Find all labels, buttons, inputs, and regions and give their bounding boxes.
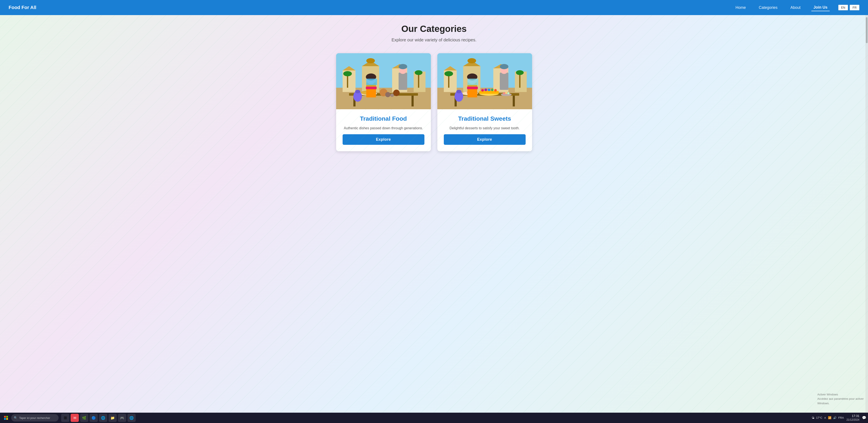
language-text: FRA	[838, 416, 844, 419]
taskbar-browser2-icon[interactable]: 🌐	[127, 414, 136, 422]
card-traditional-sweets: Traditional Sweets Delightful desserts t…	[437, 53, 532, 151]
svg-point-66	[500, 64, 508, 69]
svg-rect-16	[411, 96, 414, 107]
svg-rect-29	[366, 89, 376, 97]
svg-point-74	[503, 92, 505, 94]
page-title: Our Categories	[4, 24, 864, 34]
taskbar: 🔍 Taper ici pour rechercher ⊞ ✉ 🌿 🔵 🌐 📁 …	[0, 413, 868, 423]
svg-rect-80	[6, 418, 8, 420]
taskbar-apps: ⊞ ✉ 🌿 🔵 🌐 📁 🎮 🌐	[61, 414, 136, 422]
svg-rect-21	[399, 73, 407, 90]
svg-rect-50	[513, 96, 515, 107]
svg-point-47	[516, 70, 524, 75]
svg-point-40	[467, 58, 476, 63]
svg-point-6	[366, 58, 375, 63]
taskbar-game-icon[interactable]: 🎮	[118, 414, 126, 422]
svg-point-33	[391, 93, 394, 97]
scroll-thumb[interactable]	[866, 17, 868, 43]
card-body-traditional-food: Traditional Food Authentic dishes passed…	[336, 109, 431, 151]
taskbar-app4-icon[interactable]: 🔵	[90, 414, 98, 422]
navbar: Food For All Home Categories About Join …	[0, 0, 868, 15]
explore-traditional-sweets-button[interactable]: Explore	[444, 134, 526, 145]
chevron-up-icon[interactable]: ∧	[824, 416, 826, 419]
main-content: Our Categories Explore our wide variety …	[0, 15, 868, 413]
svg-point-23	[399, 64, 407, 69]
scrollbar[interactable]	[865, 15, 868, 413]
svg-rect-77	[4, 416, 6, 418]
svg-rect-78	[6, 416, 8, 418]
svg-rect-44	[448, 75, 450, 88]
svg-point-75	[505, 92, 507, 94]
card-desc-traditional-sweets: Delightful desserts to satisfy your swee…	[450, 125, 520, 131]
nav-join-us[interactable]: Join Us	[811, 4, 830, 11]
page-subtitle: Explore our wide variety of delicious re…	[4, 37, 864, 43]
language-switcher: EN FR	[838, 5, 859, 10]
taskbar-date-text: 21/12/2024	[846, 418, 859, 422]
card-title-traditional-food: Traditional Food	[360, 115, 407, 122]
svg-point-45	[444, 71, 453, 76]
taskbar-search[interactable]: 🔍 Taper ici pour rechercher	[11, 414, 59, 422]
svg-point-32	[385, 92, 391, 97]
taskbar-system-icons: 🌤 17°C ∧ 📶 🔊 FRA	[812, 416, 844, 419]
nav-home[interactable]: Home	[734, 4, 748, 11]
taskbar-app3-icon[interactable]: 🌿	[80, 414, 88, 422]
svg-rect-46	[519, 74, 521, 88]
svg-point-59	[488, 89, 490, 91]
taskbar-time-text: 17:31	[846, 414, 859, 418]
svg-point-13	[415, 70, 423, 75]
svg-rect-64	[500, 73, 508, 90]
taskbar-files-icon[interactable]: 📁	[108, 414, 117, 422]
svg-rect-27	[366, 79, 377, 85]
svg-rect-72	[467, 89, 477, 97]
brand-logo[interactable]: Food For All	[9, 5, 36, 10]
svg-point-76	[507, 92, 509, 94]
nav-categories[interactable]: Categories	[757, 4, 780, 11]
lang-en-button[interactable]: EN	[838, 5, 848, 10]
svg-rect-70	[467, 79, 478, 85]
svg-point-31	[355, 90, 360, 93]
svg-rect-79	[4, 418, 6, 420]
taskbar-search-text: Taper ici pour rechercher	[19, 416, 50, 420]
svg-point-63	[456, 90, 461, 93]
start-button[interactable]	[2, 414, 10, 422]
taskbar-chrome-icon[interactable]: 🌐	[99, 414, 107, 422]
svg-point-60	[491, 89, 494, 91]
explore-traditional-food-button[interactable]: Explore	[343, 134, 425, 145]
svg-rect-28	[366, 87, 377, 89]
notification-icon[interactable]: 💬	[862, 416, 866, 420]
nav-links: Home Categories About Join Us	[734, 4, 830, 11]
taskbar-right: 🌤 17°C ∧ 📶 🔊 FRA 17:31 21/12/2024 💬	[812, 414, 866, 422]
temperature-text: 17°C	[816, 416, 823, 419]
wifi-icon: 📶	[828, 416, 831, 419]
taskbar-mail-icon[interactable]: ✉	[71, 414, 79, 422]
card-traditional-food: Traditional Food Authentic dishes passed…	[336, 53, 431, 151]
weather-icon: 🌤	[812, 416, 814, 419]
lang-fr-button[interactable]: FR	[850, 5, 859, 10]
card-desc-traditional-food: Authentic dishes passed down through gen…	[344, 125, 423, 131]
card-body-traditional-sweets: Traditional Sweets Delightful desserts t…	[437, 109, 532, 151]
volume-icon[interactable]: 🔊	[833, 416, 837, 419]
svg-point-57	[481, 89, 484, 91]
svg-point-11	[343, 71, 352, 76]
svg-point-58	[485, 89, 487, 91]
svg-rect-12	[418, 74, 419, 88]
card-image-traditional-sweets	[437, 53, 532, 109]
cards-container: Traditional Food Authentic dishes passed…	[316, 53, 553, 151]
svg-point-20	[393, 90, 400, 96]
taskbar-clock[interactable]: 17:31 21/12/2024	[846, 414, 859, 422]
svg-rect-10	[347, 75, 348, 88]
nav-about[interactable]: About	[788, 4, 803, 11]
svg-rect-71	[467, 87, 478, 89]
card-image-traditional-food	[336, 53, 431, 109]
taskbar-widgets-icon[interactable]: ⊞	[61, 414, 69, 422]
svg-point-61	[494, 89, 497, 91]
card-title-traditional-sweets: Traditional Sweets	[458, 115, 511, 122]
